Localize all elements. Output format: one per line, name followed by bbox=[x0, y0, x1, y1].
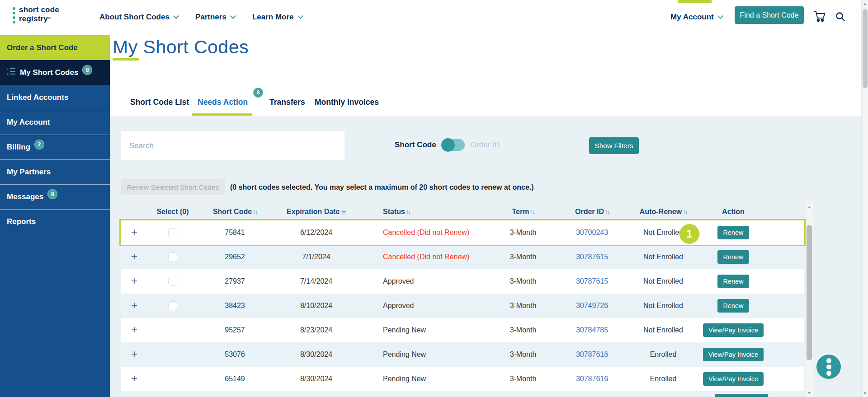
chevron-down-icon bbox=[230, 13, 236, 19]
account-nav: My Account bbox=[670, 0, 722, 34]
term-value: 3-Month bbox=[489, 302, 557, 310]
order-id-link[interactable]: 30787615 bbox=[576, 277, 608, 285]
needs-action-panel: Short Code Order ID Show Filters Renew S… bbox=[110, 116, 861, 397]
order-id-link[interactable]: 30749726 bbox=[576, 302, 608, 309]
expand-row-icon[interactable]: + bbox=[131, 226, 137, 238]
sidebar-item-messages[interactable]: Messages 8 bbox=[0, 184, 110, 209]
status-value: Approved bbox=[360, 302, 489, 310]
nav-about-short-codes[interactable]: About Short Codes bbox=[99, 13, 178, 22]
term-value: 3-Month bbox=[489, 375, 557, 383]
sidebar-item-my-account[interactable]: My Account bbox=[0, 110, 110, 135]
order-id-link[interactable]: 30787616 bbox=[576, 350, 608, 358]
term-value: 3-Month bbox=[489, 277, 557, 285]
col-term[interactable]: Term↑↓ bbox=[489, 208, 557, 216]
sort-icon: ↑↓ bbox=[683, 208, 687, 215]
col-auto-renew[interactable]: Auto-Renew↑↓ bbox=[627, 208, 699, 216]
search-input[interactable] bbox=[121, 131, 345, 160]
count-badge: 8 bbox=[82, 65, 92, 75]
main-content: My Short Codes Short Code List Needs Act… bbox=[110, 34, 861, 397]
nav-partners[interactable]: Partners bbox=[195, 13, 235, 22]
short-code-value: 29652 bbox=[198, 253, 272, 261]
tab-needs-action[interactable]: Needs Action 8 bbox=[198, 98, 248, 107]
floating-menu-button[interactable] bbox=[816, 355, 841, 379]
view-pay-invoice-button[interactable]: View/Pay Invoice bbox=[703, 323, 764, 337]
table-scrollbar[interactable]: ▲ ▼ bbox=[806, 203, 813, 397]
expand-row-icon[interactable]: + bbox=[131, 348, 137, 360]
short-code-value: 95257 bbox=[198, 326, 272, 334]
sidebar-item-my-short-codes[interactable]: 1 2 My Short Codes 8 bbox=[0, 60, 110, 85]
sidebar-item-order-a-short-code[interactable]: Order a Short Code bbox=[0, 35, 110, 60]
table-row-partial bbox=[121, 391, 804, 397]
page-title: My Short Codes bbox=[113, 37, 249, 58]
tab-transfers[interactable]: Transfers bbox=[269, 98, 305, 107]
search-mode-toggle-group: Short Code Order ID bbox=[395, 139, 500, 151]
expand-row-icon[interactable]: + bbox=[131, 372, 137, 384]
short-code-value: 75841 bbox=[198, 229, 272, 237]
toggle-label-order-id: Order ID bbox=[471, 140, 500, 149]
col-order-id[interactable]: Order ID↑↓ bbox=[557, 208, 627, 216]
col-status[interactable]: Status↑↓ bbox=[360, 208, 489, 216]
find-short-code-button[interactable]: Find a Short Code bbox=[735, 6, 804, 24]
nav-my-account[interactable]: My Account bbox=[670, 13, 722, 22]
page-scrollbar[interactable]: ▲ ▼ bbox=[861, 0, 868, 397]
count-badge: 8 bbox=[253, 88, 263, 98]
main-nav: About Short Codes Partners Learn More bbox=[99, 0, 302, 34]
scroll-down-icon[interactable]: ▼ bbox=[806, 389, 813, 397]
nav-learn-more[interactable]: Learn More bbox=[252, 13, 302, 22]
col-short-code[interactable]: Short Code↑↓ bbox=[198, 208, 272, 216]
short-code-value: 65149 bbox=[198, 375, 272, 383]
show-filters-button[interactable]: Show Filters bbox=[589, 137, 639, 154]
order-id-link[interactable]: 30784785 bbox=[576, 326, 608, 334]
row-checkbox[interactable] bbox=[168, 301, 177, 310]
sidebar-item-linked-accounts[interactable]: Linked Accounts bbox=[0, 85, 110, 110]
top-header: short code registry™ About Short Codes P… bbox=[0, 0, 868, 34]
view-pay-invoice-button[interactable]: View/Pay Invoice bbox=[703, 348, 764, 361]
chevron-down-icon bbox=[717, 13, 723, 19]
scroll-up-icon[interactable]: ▲ bbox=[862, 0, 868, 7]
chevron-down-icon bbox=[173, 13, 179, 19]
selection-info-text: (0 short codes selected. You may select … bbox=[230, 183, 534, 191]
sidebar-item-billing[interactable]: Billing 2 bbox=[0, 135, 110, 159]
expand-row-icon[interactable]: + bbox=[131, 275, 137, 287]
order-id-link[interactable]: 30787615 bbox=[576, 253, 608, 261]
expand-row-icon[interactable]: + bbox=[131, 299, 137, 311]
page-scrollbar-thumb[interactable] bbox=[863, 9, 868, 88]
expiration-value: 8/30/2024 bbox=[272, 375, 360, 383]
renew-selected-button[interactable]: Renew Selected Short Codes bbox=[121, 179, 225, 195]
sidebar-item-my-partners[interactable]: My Partners bbox=[0, 159, 110, 184]
tab-short-code-list[interactable]: Short Code List bbox=[130, 98, 189, 107]
term-value: 3-Month bbox=[489, 253, 557, 261]
renew-button[interactable]: Renew bbox=[717, 275, 749, 288]
status-value: Cancelled (Did not Renew) bbox=[360, 253, 489, 261]
scroll-up-icon[interactable]: ▲ bbox=[806, 203, 813, 211]
renew-button[interactable]: Renew bbox=[717, 226, 749, 239]
expand-row-icon[interactable]: + bbox=[131, 250, 137, 262]
row-checkbox[interactable] bbox=[168, 228, 177, 237]
expand-row-icon[interactable]: + bbox=[131, 323, 137, 336]
brand-logo[interactable]: short code registry™ bbox=[13, 5, 59, 23]
view-pay-invoice-button[interactable]: View/Pay Invoice bbox=[703, 372, 764, 386]
table-scrollbar-thumb[interactable] bbox=[807, 225, 812, 360]
order-id-link[interactable]: 30700243 bbox=[576, 229, 608, 236]
scroll-down-icon[interactable]: ▼ bbox=[862, 390, 868, 397]
tab-monthly-invoices[interactable]: Monthly Invoices bbox=[315, 98, 379, 107]
brand-name: short code registry™ bbox=[19, 5, 59, 23]
sidebar-item-reports[interactable]: Reports bbox=[0, 209, 110, 234]
short-code-value: 38423 bbox=[198, 302, 272, 310]
row-checkbox[interactable] bbox=[168, 277, 177, 286]
renew-button[interactable]: Renew bbox=[717, 299, 749, 313]
logo-dots-icon bbox=[13, 5, 15, 23]
order-id-link[interactable]: 30787616 bbox=[576, 375, 608, 383]
view-pay-invoice-button[interactable] bbox=[715, 394, 768, 397]
cart-icon[interactable] bbox=[813, 10, 826, 24]
table-row: + 53076 8/30/2024 Pending New 3-Month 30… bbox=[121, 342, 804, 367]
sort-asc-icon: ↑☰ bbox=[340, 208, 346, 215]
term-value: 3-Month bbox=[489, 350, 557, 359]
row-checkbox[interactable] bbox=[168, 252, 177, 262]
col-select: Select (0) bbox=[148, 208, 198, 216]
col-expiration-date[interactable]: Expiration Date↑☰ bbox=[272, 208, 360, 216]
search-mode-toggle[interactable] bbox=[442, 139, 465, 151]
table-row: + 95257 8/23/2024 Pending New 3-Month 30… bbox=[121, 318, 804, 342]
renew-button[interactable]: Renew bbox=[717, 250, 749, 264]
search-icon[interactable] bbox=[835, 11, 846, 24]
